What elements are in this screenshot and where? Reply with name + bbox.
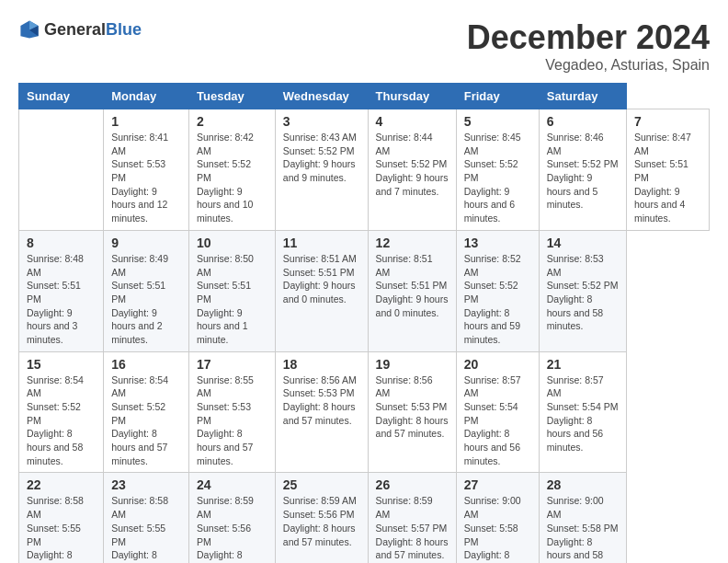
daylight-text: Daylight: 8 hours and 57 minutes. [283, 401, 356, 426]
table-row: 21 Sunrise: 8:57 AM Sunset: 5:54 PM Dayl… [539, 351, 626, 473]
daylight-text: Daylight: 9 hours and 1 minute. [197, 307, 247, 345]
sunrise-text: Sunrise: 8:49 AM [111, 253, 168, 278]
table-row: 9 Sunrise: 8:49 AM Sunset: 5:51 PM Dayli… [104, 230, 189, 351]
logo-general: General [44, 20, 106, 39]
daylight-text: Daylight: 8 hours and 57 minutes. [111, 428, 167, 465]
sunset-text: Sunset: 5:52 PM [464, 158, 518, 183]
sunset-text: Sunset: 5:52 PM [547, 280, 619, 291]
table-row: 22 Sunrise: 8:58 AM Sunset: 5:55 PM Dayl… [19, 473, 104, 563]
daylight-text: Daylight: 9 hours and 5 minutes. [547, 172, 597, 210]
month-title: December 2024 [467, 18, 710, 57]
daylight-text: Daylight: 8 hours and 59 minutes. [464, 307, 520, 345]
day-number: 7 [634, 114, 701, 129]
day-number: 17 [197, 357, 267, 372]
sunset-text: Sunset: 5:56 PM [283, 509, 355, 520]
daylight-text: Daylight: 8 hours and 58 minutes. [27, 428, 83, 465]
sunrise-text: Sunrise: 8:43 AM [283, 132, 357, 143]
day-number: 3 [283, 114, 360, 129]
table-row [19, 109, 104, 231]
table-row: 15 Sunrise: 8:54 AM Sunset: 5:52 PM Dayl… [19, 351, 104, 473]
daylight-text: Daylight: 8 hours and 56 minutes. [464, 428, 520, 465]
sunrise-text: Sunrise: 8:58 AM [111, 495, 168, 520]
day-number: 25 [283, 477, 360, 492]
table-row: 10 Sunrise: 8:50 AM Sunset: 5:51 PM Dayl… [189, 230, 276, 351]
sunset-text: Sunset: 5:53 PM [111, 158, 165, 183]
sunset-text: Sunset: 5:55 PM [27, 523, 81, 547]
sunset-text: Sunset: 5:51 PM [111, 280, 165, 304]
sunrise-text: Sunrise: 8:45 AM [464, 132, 521, 156]
daylight-text: Daylight: 8 hours and 56 minutes. [111, 549, 167, 563]
daylight-text: Daylight: 8 hours and 58 minutes. [547, 293, 603, 331]
daylight-text: Daylight: 9 hours and 6 minutes. [464, 186, 515, 224]
table-row: 26 Sunrise: 8:59 AM Sunset: 5:57 PM Dayl… [368, 473, 456, 563]
sunrise-text: Sunrise: 8:47 AM [634, 132, 691, 156]
title-section: December 2024 Vegadeo, Asturias, Spain [467, 18, 710, 74]
table-row: 20 Sunrise: 8:57 AM Sunset: 5:54 PM Dayl… [456, 351, 539, 473]
sunset-text: Sunset: 5:52 PM [27, 401, 81, 426]
daylight-text: Daylight: 8 hours and 56 minutes. [27, 549, 83, 563]
table-row: 2 Sunrise: 8:42 AM Sunset: 5:52 PM Dayli… [189, 109, 276, 231]
daylight-text: Daylight: 9 hours and 0 minutes. [283, 280, 356, 304]
sunrise-text: Sunrise: 8:48 AM [27, 253, 84, 278]
table-row: 17 Sunrise: 8:55 AM Sunset: 5:53 PM Dayl… [189, 351, 276, 473]
col-thursday: Thursday [368, 84, 456, 109]
daylight-text: Daylight: 8 hours and 57 minutes. [464, 549, 520, 563]
sunrise-text: Sunrise: 8:57 AM [464, 374, 521, 399]
day-number: 10 [197, 236, 267, 250]
table-row: 28 Sunrise: 9:00 AM Sunset: 5:58 PM Dayl… [539, 473, 626, 563]
daylight-text: Daylight: 8 hours and 58 minutes. [547, 536, 603, 564]
day-number: 23 [111, 477, 181, 492]
day-number: 19 [376, 357, 449, 372]
table-row: 13 Sunrise: 8:52 AM Sunset: 5:52 PM Dayl… [456, 230, 539, 351]
day-number: 13 [464, 236, 531, 250]
table-row: 8 Sunrise: 8:48 AM Sunset: 5:51 PM Dayli… [19, 230, 104, 351]
day-number: 15 [27, 357, 96, 372]
col-friday: Friday [456, 84, 539, 109]
sunset-text: Sunset: 5:58 PM [547, 523, 619, 534]
table-row: 12 Sunrise: 8:51 AM Sunset: 5:51 PM Dayl… [368, 230, 456, 351]
daylight-text: Daylight: 8 hours and 57 minutes. [283, 523, 356, 547]
logo-icon [18, 18, 40, 40]
day-number: 20 [464, 357, 531, 372]
sunrise-text: Sunrise: 8:51 AM [283, 253, 357, 264]
calendar-week-row: 1 Sunrise: 8:41 AM Sunset: 5:53 PM Dayli… [19, 109, 710, 231]
day-number: 16 [111, 357, 181, 372]
table-row: 11 Sunrise: 8:51 AM Sunset: 5:51 PM Dayl… [275, 230, 368, 351]
sunrise-text: Sunrise: 8:56 AM [376, 374, 433, 399]
calendar-week-row: 15 Sunrise: 8:54 AM Sunset: 5:52 PM Dayl… [19, 351, 710, 473]
sunset-text: Sunset: 5:53 PM [376, 401, 448, 412]
day-number: 24 [197, 477, 267, 492]
col-saturday: Saturday [539, 84, 626, 109]
sunrise-text: Sunrise: 8:46 AM [547, 132, 604, 156]
sunrise-text: Sunrise: 8:51 AM [376, 253, 433, 278]
sunset-text: Sunset: 5:51 PM [376, 280, 448, 291]
sunrise-text: Sunrise: 8:41 AM [111, 132, 168, 156]
day-number: 8 [27, 236, 96, 250]
col-wednesday: Wednesday [275, 84, 368, 109]
sunset-text: Sunset: 5:53 PM [197, 401, 251, 426]
logo-text: GeneralBlue [44, 20, 142, 40]
sunrise-text: Sunrise: 8:57 AM [547, 374, 604, 399]
sunrise-text: Sunrise: 8:59 AM [283, 495, 357, 506]
table-row: 3 Sunrise: 8:43 AM Sunset: 5:52 PM Dayli… [275, 109, 368, 231]
daylight-text: Daylight: 9 hours and 7 minutes. [376, 172, 449, 197]
page-header: GeneralBlue December 2024 Vegadeo, Astur… [18, 18, 710, 74]
sunrise-text: Sunrise: 8:56 AM [283, 374, 357, 385]
sunset-text: Sunset: 5:52 PM [111, 401, 165, 426]
day-number: 21 [547, 357, 619, 372]
table-row: 25 Sunrise: 8:59 AM Sunset: 5:56 PM Dayl… [275, 473, 368, 563]
sunrise-text: Sunrise: 8:59 AM [197, 495, 254, 520]
day-number: 28 [547, 477, 619, 492]
sunrise-text: Sunrise: 8:53 AM [547, 253, 604, 278]
sunrise-text: Sunrise: 8:54 AM [27, 374, 84, 399]
table-row: 7 Sunrise: 8:47 AM Sunset: 5:51 PM Dayli… [626, 109, 709, 231]
table-row: 27 Sunrise: 9:00 AM Sunset: 5:58 PM Dayl… [456, 473, 539, 563]
day-number: 26 [376, 477, 449, 492]
daylight-text: Daylight: 9 hours and 4 minutes. [634, 186, 685, 224]
location-title: Vegadeo, Asturias, Spain [467, 57, 710, 74]
table-row: 1 Sunrise: 8:41 AM Sunset: 5:53 PM Dayli… [104, 109, 189, 231]
table-row: 23 Sunrise: 8:58 AM Sunset: 5:55 PM Dayl… [104, 473, 189, 563]
day-number: 5 [464, 114, 531, 129]
table-row: 18 Sunrise: 8:56 AM Sunset: 5:53 PM Dayl… [275, 351, 368, 473]
daylight-text: Daylight: 9 hours and 0 minutes. [376, 293, 449, 318]
